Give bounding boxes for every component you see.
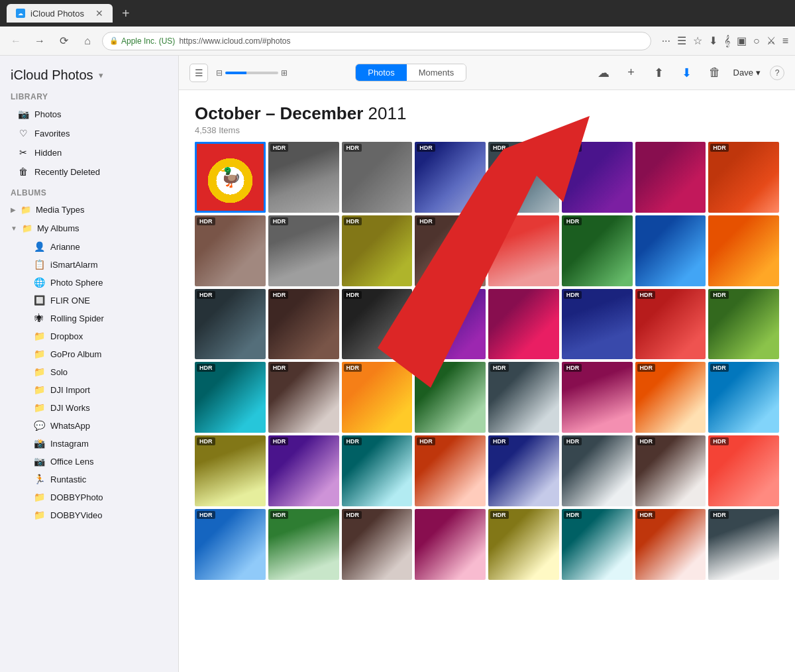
sidebar-item-photos[interactable]: 📷 Photos: [4, 105, 174, 123]
photo-33[interactable]: HDR: [195, 435, 266, 506]
reload-button[interactable]: ⟳: [54, 32, 73, 50]
upload-icloud-button[interactable]: ☁: [594, 64, 613, 82]
sidebar-item-gopro-album[interactable]: 📁 GoPro Album: [4, 345, 174, 363]
photo-7[interactable]: [635, 142, 706, 213]
photo-3[interactable]: HDR: [342, 142, 413, 213]
app-title-dropdown-icon[interactable]: ▾: [99, 70, 103, 80]
library-icon[interactable]: 𝄞: [724, 35, 730, 47]
photo-1[interactable]: 🦆: [195, 142, 266, 213]
help-button[interactable]: ?: [770, 66, 784, 80]
overflow-menu-icon[interactable]: ···: [662, 35, 670, 47]
photo-6[interactable]: HDR: [562, 142, 633, 213]
forward-button[interactable]: →: [30, 32, 49, 50]
photo-18[interactable]: HDR: [268, 289, 339, 360]
active-tab[interactable]: ☁ iCloud Photos ✕: [7, 4, 113, 23]
sidebar-item-ismartalarm[interactable]: 📋 iSmartAlarm: [4, 256, 174, 273]
sidebar-item-dji-import[interactable]: 📁 DJI Import: [4, 381, 174, 398]
photo-31[interactable]: HDR: [635, 362, 706, 433]
tab-close-button[interactable]: ✕: [95, 8, 103, 19]
photo-28[interactable]: HDR: [415, 362, 486, 433]
sidebar-item-solo[interactable]: 📁 Solo: [4, 363, 174, 380]
home-button[interactable]: ⌂: [78, 32, 97, 50]
photo-22[interactable]: HDR: [562, 289, 633, 360]
sidebar-item-dobby-video[interactable]: 📁 DOBBYVideo: [4, 506, 174, 524]
sidebar-item-recently-deleted[interactable]: 🗑 Recently Deleted: [4, 162, 174, 181]
sidebar-toggle-button[interactable]: ☰: [189, 64, 208, 82]
photo-30[interactable]: HDR: [562, 362, 633, 433]
photo-2[interactable]: HDR: [268, 142, 339, 213]
sidebar-item-dobby-photo[interactable]: 📁 DOBBYPhoto: [4, 488, 174, 506]
photo-37[interactable]: HDR: [488, 435, 559, 506]
photo-26[interactable]: HDR: [268, 362, 339, 433]
photo-21[interactable]: [488, 289, 559, 360]
photo-32[interactable]: HDR: [708, 362, 779, 433]
photo-43[interactable]: HDR: [342, 509, 413, 580]
share-button[interactable]: ⬆: [650, 64, 668, 82]
menu-icon[interactable]: ≡: [782, 35, 788, 47]
sidebar-item-runtastic[interactable]: 🏃 Runtastic: [4, 471, 174, 488]
photo-47[interactable]: HDR: [635, 509, 706, 580]
photo-8[interactable]: HDR: [708, 142, 779, 213]
zoom-slider[interactable]: [225, 72, 278, 74]
sidebar-item-dropbox[interactable]: 📁 Dropbox: [4, 327, 174, 345]
shield-icon[interactable]: ⚔: [767, 34, 776, 47]
sidebar-item-instagram[interactable]: 📸 Instagram: [4, 435, 174, 452]
sidebar-item-rolling-spider[interactable]: 🕷 Rolling Spider: [4, 309, 174, 327]
account-icon[interactable]: ○: [753, 35, 760, 47]
photo-24[interactable]: HDR: [708, 289, 779, 360]
photo-46[interactable]: HDR: [562, 509, 633, 580]
photo-34[interactable]: HDR: [268, 435, 339, 506]
photo-42[interactable]: HDR: [268, 509, 339, 580]
photo-41[interactable]: HDR: [195, 509, 266, 580]
photo-19[interactable]: HDR: [342, 289, 413, 360]
photo-44[interactable]: [415, 509, 486, 580]
tabs-icon[interactable]: ▣: [737, 34, 747, 47]
add-button[interactable]: +: [622, 64, 641, 82]
pocket-icon[interactable]: ☰: [677, 34, 686, 47]
download-icon[interactable]: ⬇: [709, 34, 717, 47]
photo-5[interactable]: HDR: [488, 142, 559, 213]
photos-tab[interactable]: Photos: [356, 64, 406, 81]
photo-16[interactable]: [708, 215, 779, 286]
photo-14[interactable]: HDR: [562, 215, 633, 286]
photo-35[interactable]: HDR: [342, 435, 413, 506]
photo-36[interactable]: HDR: [415, 435, 486, 506]
user-menu-button[interactable]: Dave ▾: [733, 68, 761, 78]
photo-29[interactable]: HDR: [488, 362, 559, 433]
delete-button[interactable]: 🗑: [706, 64, 724, 82]
moments-tab[interactable]: Moments: [407, 64, 466, 81]
photo-13[interactable]: [488, 215, 559, 286]
sidebar-item-arianne[interactable]: 👤 Arianne: [4, 238, 174, 255]
address-bar[interactable]: 🔒 Apple Inc. (US) https://www.icloud.com…: [102, 32, 651, 50]
back-button[interactable]: ←: [7, 32, 25, 50]
photo-20[interactable]: HDR: [415, 289, 486, 360]
photo-11[interactable]: HDR: [342, 215, 413, 286]
media-types-group[interactable]: ▶ 📁 Media Types: [0, 200, 178, 219]
photo-38[interactable]: HDR: [562, 435, 633, 506]
sidebar-item-photo-sphere[interactable]: 🌐 Photo Sphere: [4, 274, 174, 291]
sidebar-item-flir-one[interactable]: 🔲 FLIR ONE: [4, 292, 174, 309]
photo-45[interactable]: HDR: [488, 509, 559, 580]
photo-40[interactable]: HDR: [708, 435, 779, 506]
photo-17[interactable]: HDR: [195, 289, 266, 360]
sidebar-item-favorites[interactable]: ♡ Favorites: [4, 124, 174, 142]
bookmark-icon[interactable]: ☆: [693, 34, 702, 47]
sidebar-item-dji-works[interactable]: 📁 DJI Works: [4, 399, 174, 416]
sidebar-item-office-lens[interactable]: 📷 Office Lens: [4, 453, 174, 470]
new-tab-button[interactable]: +: [118, 6, 134, 21]
photo-48[interactable]: HDR: [708, 509, 779, 580]
zoom-controls: ⊟ ⊞: [216, 68, 288, 78]
sidebar-item-hidden[interactable]: ✂ Hidden: [4, 143, 174, 162]
photo-4[interactable]: HDR: [415, 142, 486, 213]
photo-10[interactable]: HDR: [268, 215, 339, 286]
photo-27[interactable]: HDR: [342, 362, 413, 433]
photo-12[interactable]: HDR: [415, 215, 486, 286]
photo-15[interactable]: [635, 215, 706, 286]
photo-25[interactable]: HDR: [195, 362, 266, 433]
photo-39[interactable]: HDR: [635, 435, 706, 506]
sidebar-item-whatsapp[interactable]: 💬 WhatsApp: [4, 417, 174, 434]
my-albums-group[interactable]: ▼ 📁 My Albums: [0, 219, 178, 237]
photo-9[interactable]: HDR: [195, 215, 266, 286]
photo-23[interactable]: HDR: [635, 289, 706, 360]
download-button[interactable]: ⬇: [678, 64, 696, 82]
